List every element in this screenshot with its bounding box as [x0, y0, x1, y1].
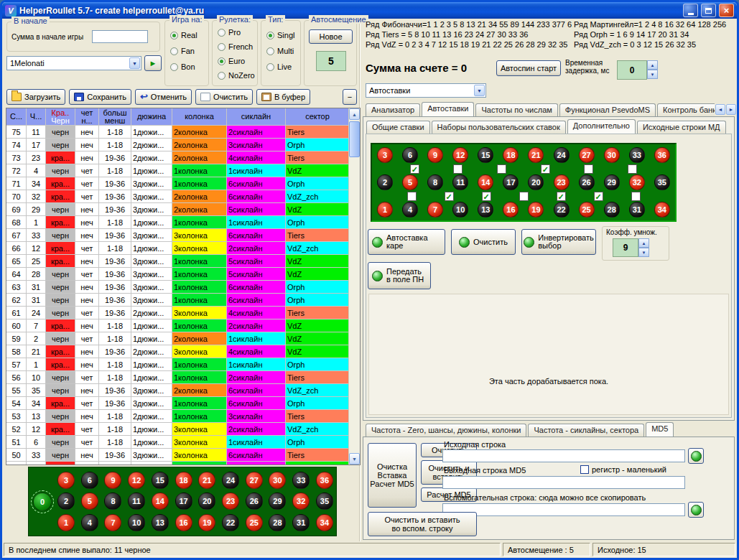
kare-checkbox[interactable] [584, 164, 593, 174]
roulette-number-10[interactable]: 10 [452, 202, 468, 218]
table-row[interactable]: 6612кра...чет1-181дюжи...3колонка2сиклай… [6, 242, 348, 255]
roulette-number-21[interactable]: 21 [528, 147, 544, 163]
table-row[interactable]: 571кра...неч1-181дюжи...1колонка1сиклайн… [6, 358, 348, 371]
new-button[interactable]: Новое [309, 29, 353, 44]
table-scrollbar[interactable]: ▲ ▼ [348, 108, 360, 465]
source-apply-button[interactable] [688, 448, 704, 464]
aux-apply-button[interactable] [688, 502, 704, 518]
invert-selection-button[interactable]: Инвертировать выбор [521, 229, 596, 255]
table-row[interactable]: 6231черннеч19-363дюжи...1колонка6сиклайн… [6, 294, 348, 307]
roulette-number-30[interactable]: 30 [269, 472, 286, 489]
radio-fan[interactable]: Fan [170, 47, 195, 55]
tabs-scroll-right-button[interactable]: ► [726, 104, 736, 115]
roulette-number-15[interactable]: 15 [478, 147, 493, 163]
chevron-down-icon[interactable]: ▼ [474, 85, 485, 96]
table-row[interactable]: 681кра...неч1-181дюжи...1колонка1сиклайн… [6, 216, 348, 229]
roulette-number-29[interactable]: 29 [604, 174, 620, 190]
roulette-number-16[interactable]: 16 [175, 514, 192, 531]
roulette-number-35[interactable]: 35 [316, 493, 333, 510]
kare-autobet-button[interactable]: Автоставка каре [368, 229, 445, 255]
tab-freq-sixline[interactable]: Частота - сиклайны, сектора [528, 424, 644, 437]
roulette-number-1[interactable]: 1 [57, 514, 75, 531]
table-row[interactable]: 7323кра...неч19-362дюжи...2колонка4сикла… [6, 151, 348, 164]
table-row[interactable]: 6525кра...неч19-363дюжи...1колонка5сикла… [6, 255, 348, 268]
roulette-number-34[interactable]: 34 [316, 514, 333, 531]
tabs-scroll-left-button[interactable]: ◄ [715, 104, 725, 115]
roulette-number-12[interactable]: 12 [128, 472, 145, 489]
roulette-number-17[interactable]: 17 [503, 174, 519, 190]
roulette-number-14[interactable]: 14 [152, 493, 169, 510]
roulette-number-12[interactable]: 12 [452, 147, 468, 163]
radio-french[interactable]: French [218, 42, 253, 51]
start-sum-input[interactable] [92, 30, 148, 43]
roulette-number-14[interactable]: 14 [478, 174, 493, 190]
roulette-number-24[interactable]: 24 [554, 147, 570, 163]
roulette-number-4[interactable]: 4 [81, 514, 98, 531]
roulette-number-26[interactable]: 26 [579, 174, 595, 190]
roulette-number-25[interactable]: 25 [246, 514, 263, 531]
kare-checkbox[interactable] [453, 164, 463, 174]
roulette-number-26[interactable]: 26 [246, 493, 263, 510]
tab-md5[interactable]: MD5 [646, 422, 674, 437]
roulette-number-29[interactable]: 29 [269, 493, 286, 510]
roulette-number-18[interactable]: 18 [503, 147, 519, 163]
kare-checkbox[interactable] [497, 164, 506, 174]
radio-nozero[interactable]: NoZero [218, 71, 255, 80]
table-row[interactable]: 5212кра...чет1-181дюжи...3колонка2сиклай… [6, 423, 348, 436]
roulette-number-31[interactable]: 31 [292, 514, 310, 531]
scroll-up-button[interactable]: ▲ [349, 108, 360, 120]
roulette-number-32[interactable]: 32 [629, 174, 645, 190]
roulette-number-5[interactable]: 5 [402, 174, 418, 190]
roulette-number-16[interactable]: 16 [503, 202, 519, 218]
kare-checkbox[interactable] [407, 192, 417, 201]
scroll-down-button[interactable]: ▼ [349, 453, 360, 465]
table-row[interactable]: 6331черннеч19-363дюжи...1колонка6сиклайн… [6, 281, 348, 294]
clear-selection-button[interactable]: Очистить [451, 229, 516, 255]
roulette-number-35[interactable]: 35 [654, 174, 670, 190]
roulette-number-1[interactable]: 1 [377, 202, 393, 218]
delay-down-button[interactable]: ▼ [647, 70, 658, 79]
table-row[interactable]: 7134кра...чет19-363дюжи...1колонка6сикла… [6, 177, 348, 190]
roulette-number-11[interactable]: 11 [128, 493, 145, 510]
kare-checkbox[interactable]: ✓ [410, 164, 419, 174]
radio-real[interactable]: Real [170, 31, 197, 39]
kare-checkbox[interactable] [628, 164, 637, 174]
table-row[interactable]: 607кра...неч1-181дюжи...1колонка2сиклайн… [6, 319, 348, 332]
scroll-thumb[interactable] [349, 121, 360, 157]
roulette-number-19[interactable]: 19 [198, 514, 215, 531]
minimize-button[interactable] [683, 4, 698, 17]
roulette-number-17[interactable]: 17 [175, 493, 192, 510]
delay-up-button[interactable]: ▲ [647, 60, 658, 70]
table-row[interactable]: 6428чернчет19-363дюжи...1колонка5сиклайн… [6, 268, 348, 281]
roulette-number-21[interactable]: 21 [198, 472, 215, 489]
preset-combobox[interactable]: 1Melonati ▼ [6, 56, 141, 70]
save-button[interactable]: Сохранить [69, 89, 131, 105]
output-string-input[interactable] [442, 476, 685, 489]
table-row[interactable]: 5610чернчет1-181дюжи...1колонка2сиклайнT… [6, 371, 348, 384]
roulette-number-27[interactable]: 27 [579, 147, 595, 163]
subtab-md-strings[interactable]: Исходные строки МД [637, 121, 726, 134]
coeff-down-button[interactable]: ▼ [638, 248, 649, 257]
maximize-button[interactable] [701, 4, 716, 17]
subtab-additional[interactable]: Дополнительно [567, 119, 636, 134]
roulette-number-22[interactable]: 22 [554, 202, 570, 218]
roulette-number-25[interactable]: 25 [579, 202, 595, 218]
table-row[interactable]: 7032кра...чет19-363дюжи...2колонка6сикла… [6, 190, 348, 203]
roulette-number-30[interactable]: 30 [604, 147, 620, 163]
table-row[interactable]: 5821кра...неч19-362дюжи...3колонка4сикла… [6, 345, 348, 358]
table-row[interactable]: 5434кра...чет19-363дюжи...1колонка6сикла… [6, 397, 348, 410]
register-checkbox[interactable]: регистр - маленький [580, 465, 666, 474]
roulette-number-3[interactable]: 3 [377, 147, 393, 163]
subtab-custom-sets[interactable]: Наборы пользовательских ставок [432, 121, 566, 134]
roulette-number-20[interactable]: 20 [198, 493, 215, 510]
roulette-number-20[interactable]: 20 [528, 174, 544, 190]
roulette-number-18[interactable]: 18 [175, 472, 192, 489]
subtab-general[interactable]: Общие ставки [366, 121, 430, 134]
table-row[interactable]: 6733черннеч19-363дюжи...3колонка6сиклайн… [6, 229, 348, 242]
md5-big-button[interactable]: Очистка Вставка Расчет MD5 [368, 443, 417, 508]
aux-clear-paste-button[interactable]: Очистить и вставить во вспом. строку [368, 512, 477, 536]
transfer-button[interactable]: Передать в поле ПН [368, 262, 431, 289]
kare-checkbox[interactable]: ✓ [557, 192, 566, 201]
roulette-number-8[interactable]: 8 [104, 493, 121, 510]
roulette-number-9[interactable]: 9 [427, 147, 443, 163]
